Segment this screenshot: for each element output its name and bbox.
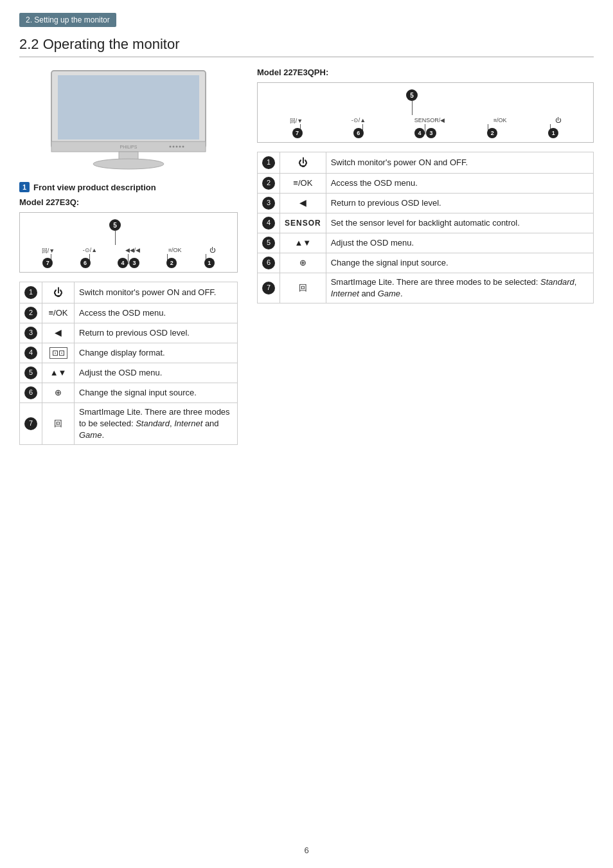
row7-num: 7	[20, 402, 42, 445]
monitor-svg: PHILIPS	[45, 68, 212, 170]
row6-icon: ⊕	[42, 383, 75, 402]
diagram2-nums: 7 6 4 3 2 1	[263, 128, 588, 138]
table-row: 3 ◀ Return to previous OSD level.	[20, 323, 238, 343]
row3-icon: ◀	[42, 323, 75, 343]
r4-desc: Set the sensor level for backlight autom…	[326, 213, 593, 233]
svg-text:PHILIPS: PHILIPS	[120, 145, 138, 149]
table-row: 7 回 SmartImage Lite. There are three mod…	[20, 402, 238, 445]
row7-icon: 回	[42, 402, 75, 445]
r4-num: 4	[258, 213, 280, 233]
subsection-title-text: Front view product description	[33, 183, 156, 192]
row1-desc: Switch monitor's power ON and OFF.	[75, 282, 238, 303]
svg-point-8	[182, 146, 184, 148]
r2-desc: Access the OSD menu.	[326, 173, 593, 193]
subsection-title: 1 Front view product description	[19, 182, 238, 192]
row2-num: 2	[20, 303, 42, 323]
row1-icon: ⏻	[42, 282, 75, 303]
row6-desc: Change the signal input source.	[75, 383, 238, 402]
r6-desc: Change the signal input source.	[326, 253, 593, 273]
monitor-illustration-wrap: PHILIPS	[19, 68, 238, 170]
table-row: 6 ⊕ Change the signal input source.	[20, 383, 238, 402]
r7-icon: 回	[280, 273, 326, 303]
section-title: 2.2 Operating the monitor	[19, 36, 594, 57]
r6-num: 6	[258, 253, 280, 273]
table-row: 3 ◀ Return to previous OSD level.	[258, 193, 594, 213]
row4-icon: ⊡⊡	[42, 343, 75, 363]
r5-icon: ▲▼	[280, 233, 326, 253]
row3-desc: Return to previous OSD level.	[75, 323, 238, 343]
two-column-layout: PHILIPS 1 Front view product description	[19, 68, 594, 451]
top-bar: 2. Setting up the monitor	[19, 13, 116, 27]
svg-point-7	[179, 146, 181, 148]
table-row: 1 ⏻ Switch monitor's power ON and OFF.	[258, 152, 594, 174]
row6-num: 6	[20, 383, 42, 402]
row5-num: 5	[20, 363, 42, 383]
r7-num: 7	[258, 273, 280, 303]
r1-desc: Switch monitor's power ON and OFF.	[326, 152, 593, 174]
row3-num: 3	[20, 323, 42, 343]
row1-num: 1	[20, 282, 42, 303]
page-number: 6	[304, 845, 308, 855]
row5-icon: ▲▼	[42, 363, 75, 383]
left-column: PHILIPS 1 Front view product description	[19, 68, 238, 451]
model2-label: Model 227E3QPH:	[257, 68, 594, 77]
subsection-badge: 1	[19, 182, 30, 192]
table-row: 4 ⊡⊡ Change display format.	[20, 343, 238, 363]
r7-desc: SmartImage Lite. There are three modes t…	[326, 273, 593, 303]
diagram1-num5: 5	[109, 219, 121, 245]
r2-icon: ≡/OK	[280, 173, 326, 193]
right-column: Model 227E3QPH: 5 回/▼ -⊙/▲ SENSOR/◀ ≡/OK	[257, 68, 594, 451]
row2-desc: Access the OSD menu.	[75, 303, 238, 323]
diagram1-nums: 7 6 4 3 2 1	[25, 258, 232, 268]
svg-point-4	[170, 146, 172, 148]
table-row: 7 回 SmartImage Lite. There are three mod…	[258, 273, 594, 303]
r5-desc: Adjust the OSD menu.	[326, 233, 593, 253]
r4-icon: SENSOR	[280, 213, 326, 233]
table-row: 2 ≡/OK Access the OSD menu.	[258, 173, 594, 193]
diagram1-box: 5 回/▼ -⊙/▲ ◀◀/◀ ≡/OK ⏻	[19, 212, 238, 273]
table-row: 2 ≡/OK Access the OSD menu.	[20, 303, 238, 323]
row7-desc: SmartImage Lite. There are three modes t…	[75, 402, 238, 445]
table-row: 5 ▲▼ Adjust the OSD menu.	[258, 233, 594, 253]
row4-desc: Change display format.	[75, 343, 238, 363]
svg-rect-1	[58, 75, 199, 140]
page: 2. Setting up the monitor 2.2 Operating …	[0, 0, 613, 868]
r3-num: 3	[258, 193, 280, 213]
r3-icon: ◀	[280, 193, 326, 213]
r3-desc: Return to previous OSD level.	[326, 193, 593, 213]
table-row: 4 SENSOR Set the sensor level for backli…	[258, 213, 594, 233]
r6-icon: ⊕	[280, 253, 326, 273]
svg-point-5	[173, 146, 175, 148]
r1-num: 1	[258, 152, 280, 174]
feature-table-2: 1 ⏻ Switch monitor's power ON and OFF. 2…	[257, 152, 594, 303]
svg-point-6	[176, 146, 178, 148]
diagram2-num5: 5	[406, 89, 418, 115]
row4-num: 4	[20, 343, 42, 363]
svg-point-10	[93, 159, 164, 169]
r1-icon: ⏻	[280, 152, 326, 174]
row2-icon: ≡/OK	[42, 303, 75, 323]
table-row: 6 ⊕ Change the signal input source.	[258, 253, 594, 273]
row5-desc: Adjust the OSD menu.	[75, 363, 238, 383]
top-bar-label: 2. Setting up the monitor	[26, 15, 110, 24]
model1-label: Model 227E3Q:	[19, 197, 238, 207]
table-row: 1 ⏻ Switch monitor's power ON and OFF.	[20, 282, 238, 303]
table-row: 5 ▲▼ Adjust the OSD menu.	[20, 363, 238, 383]
diagram2-box: 5 回/▼ -⊙/▲ SENSOR/◀ ≡/OK ⏻	[257, 82, 594, 143]
feature-table-1: 1 ⏻ Switch monitor's power ON and OFF. 2…	[19, 282, 238, 445]
r2-num: 2	[258, 173, 280, 193]
r5-num: 5	[258, 233, 280, 253]
